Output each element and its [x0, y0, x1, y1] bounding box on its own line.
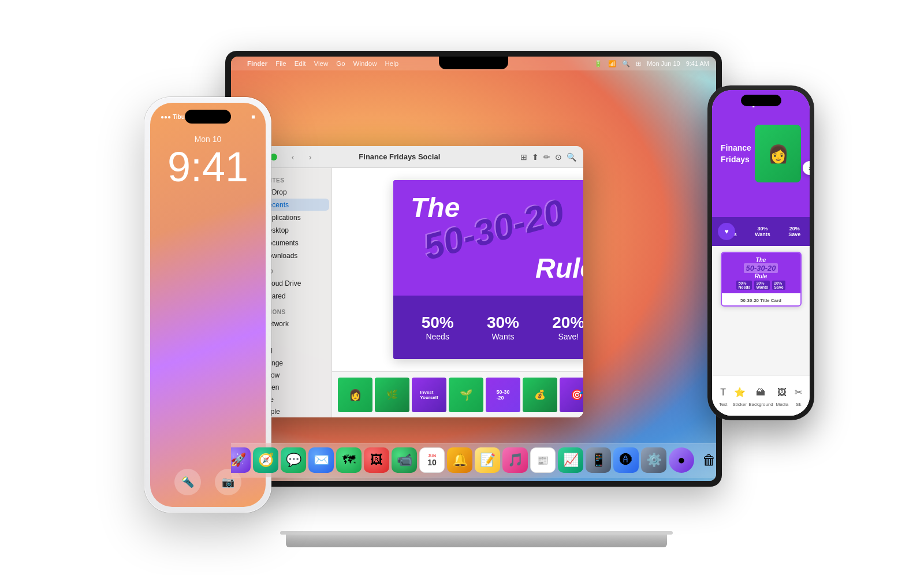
text-tool-label: Text — [719, 402, 728, 407]
menubar-file[interactable]: File — [275, 60, 286, 67]
finder-titlebar: ‹ › Finance Fridays Social ⊞ ⬆ ✏ ⊙ 🔍 — [243, 146, 583, 168]
mini-slide-card[interactable]: The 50-30-20 Rule 50%Needs 30%Wants 20%S… — [721, 252, 802, 307]
dock-mail[interactable]: ✉️ — [308, 447, 334, 473]
dock-music[interactable]: 🎵 — [502, 447, 528, 473]
slide-top-area: The 50-30-20 Rule — [393, 180, 583, 296]
dock-maps[interactable]: 🗺 — [336, 447, 362, 473]
mini-slide-inner: The 50-30-20 Rule 50%Needs 30%Wants 20%S… — [722, 253, 800, 293]
media-tool-label: Media — [776, 402, 788, 407]
thumbnail-4[interactable]: 🌱 — [449, 378, 483, 412]
extra-tool-label: Sk — [796, 402, 801, 407]
dock-calendar[interactable]: JUN 10 — [419, 447, 445, 473]
menubar-control-center-icon[interactable]: ⊞ — [636, 60, 641, 68]
menubar-right: 🔋 📶 🔍 ⊞ Mon Jun 10 9:41 AM — [594, 60, 709, 68]
mini-slide-stats-row: 50%Needs 30%Wants 20%Save — [736, 281, 785, 290]
right-stat-20: 20%Save — [788, 226, 800, 237]
menubar-datetime: Mon Jun 10 — [647, 60, 680, 67]
thumbnail-6[interactable]: 💰 — [523, 378, 557, 412]
dock-messages[interactable]: 💬 — [281, 447, 306, 473]
slide-50-label: Needs — [422, 332, 454, 341]
menubar-view[interactable]: View — [314, 60, 329, 67]
slide-30-pct: 30% — [487, 313, 519, 332]
purple-heart-shape: ♥ — [718, 223, 735, 240]
nav-forward-button[interactable]: › — [304, 151, 316, 163]
battery-icon: ■ — [251, 113, 255, 120]
menubar-window[interactable]: Window — [353, 60, 377, 67]
right-phone-toolbar: T Text ⭐ Sticker 🏔 Background 🖼 Media — [712, 375, 810, 416]
thumbnail-3[interactable]: InvestYourself — [412, 378, 446, 412]
background-tool-icon: 🏔 — [753, 385, 768, 400]
tool-media[interactable]: 🖼 Media — [774, 385, 789, 407]
menubar-edit[interactable]: Edit — [295, 60, 306, 67]
slide-30-label: Wants — [487, 332, 519, 341]
macbook-bezel: Finder File Edit View Go Window Help 🔋 📶… — [231, 57, 716, 481]
thumbnail-7[interactable]: 🎯 — [560, 378, 583, 412]
slide-20-label: Save! — [552, 332, 583, 341]
dock-trash[interactable]: 🗑 — [696, 447, 716, 473]
dock-settings[interactable]: ⚙️ — [641, 447, 666, 473]
tool-extra[interactable]: ✂ Sk — [791, 385, 806, 407]
menubar-search-icon[interactable]: 🔍 — [622, 60, 630, 68]
tool-background[interactable]: 🏔 Background — [748, 385, 773, 407]
thumbnail-1[interactable]: 👩 — [338, 378, 372, 412]
dock-circle[interactable]: ● — [669, 447, 694, 473]
iphone-dynamic-island — [185, 110, 231, 124]
right-slide-titles: Finance Fridays — [721, 143, 751, 164]
main-scene: Finder File Edit View Go Window Help 🔋 📶… — [144, 28, 780, 547]
markup-icon[interactable]: ✏ — [543, 152, 550, 162]
finder-content: The 50-30-20 Rule 50% Needs — [332, 168, 583, 417]
macbook-screen: Finder File Edit View Go Window Help 🔋 📶… — [225, 51, 722, 487]
finder-main-area: The 50-30-20 Rule 50% Needs — [332, 168, 583, 417]
finder-body: Favorites 📡 AirDrop 🕐 Recents — [243, 168, 583, 417]
dock-safari[interactable]: 🧭 — [253, 447, 278, 473]
dock-photos[interactable]: 🖼 — [364, 447, 389, 473]
dock-appstore[interactable]: 🅐 — [613, 447, 639, 473]
right-slide-person: 👩 — [755, 125, 801, 182]
slide-stat-50: 50% Needs — [422, 313, 454, 341]
more-options-icon[interactable]: ⊙ — [555, 152, 562, 162]
mini-slide-the: The — [756, 257, 766, 263]
sticker-tool-icon: ⭐ — [732, 385, 747, 400]
menubar-left: Finder File Edit View Go Window Help — [238, 60, 398, 67]
keynote-canvas[interactable]: The 50-30-20 Rule 50% Needs — [332, 168, 583, 371]
slide-bottom-area: 50% Needs 30% Wants — [393, 296, 583, 359]
right-slide-top: Finance Fridays 👩 ♥ ? — [712, 90, 810, 217]
menubar-go[interactable]: Go — [336, 60, 345, 67]
text-tool-icon: T — [716, 385, 731, 400]
dock-news[interactable]: 📰 — [530, 447, 556, 473]
sticker-tool-label: Sticker — [732, 402, 746, 407]
dock-notes[interactable]: 📝 — [475, 447, 500, 473]
dock-charts[interactable]: 📈 — [558, 447, 583, 473]
dock-facetime[interactable]: 📹 — [392, 447, 417, 473]
dock-iphone-backup[interactable]: 📱 — [586, 447, 611, 473]
menubar-finder[interactable]: Finder — [247, 60, 267, 67]
right-slide-fridays: Fridays — [721, 155, 751, 164]
menubar-time: 9:41 AM — [686, 60, 709, 67]
mini-slide-text-group: The 50-30-20 Rule 50%Needs 30%Wants 20%S… — [736, 257, 785, 290]
iphone-date: Mon 10 — [195, 135, 222, 144]
slide-50-pct: 50% — [422, 313, 454, 332]
mini-slide-rule: Rule — [755, 273, 767, 279]
share-icon[interactable]: ⬆ — [532, 152, 539, 162]
slide-text-rule: Rule — [535, 252, 583, 284]
right-slide-image: Finance Fridays 👩 ♥ ? — [712, 90, 810, 246]
media-tool-icon: 🖼 — [774, 385, 789, 400]
view-icon[interactable]: ⊞ — [520, 152, 527, 162]
tool-text[interactable]: T Text — [716, 385, 731, 407]
keynote-slide: The 50-30-20 Rule 50% Needs — [393, 180, 583, 359]
right-stat-30: 30%Wants — [755, 226, 770, 237]
menubar-help[interactable]: Help — [385, 60, 398, 67]
iphone-right-body: ‹ Budgeting Edit ↩ ⬆ Finance Fridays — [707, 85, 814, 420]
thumbnail-2[interactable]: 🌿 — [375, 378, 409, 412]
background-tool-label: Background — [748, 402, 773, 407]
menubar-wifi-icon: 📶 — [608, 60, 616, 68]
nav-back-button[interactable]: ‹ — [286, 151, 299, 163]
flashlight-button[interactable]: 🔦 — [174, 469, 201, 495]
dock-reminders[interactable]: 🔔 — [447, 447, 472, 473]
slide-stat-30: 30% Wants — [487, 313, 519, 341]
thumbnail-5[interactable]: 50-30-20 — [486, 378, 520, 412]
tool-sticker[interactable]: ⭐ Sticker — [732, 385, 747, 407]
dock-launchpad[interactable]: 🚀 — [231, 447, 251, 473]
thumbnail-strip: 👩 🌿 InvestYourself 🌱 — [332, 371, 583, 417]
search-icon[interactable]: 🔍 — [567, 152, 576, 162]
